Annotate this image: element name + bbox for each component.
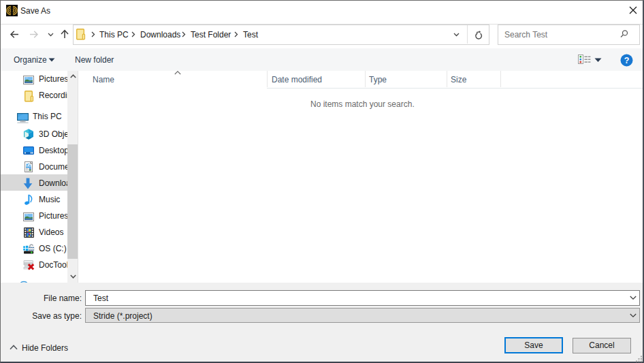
svg-text:?: ?	[624, 56, 630, 65]
